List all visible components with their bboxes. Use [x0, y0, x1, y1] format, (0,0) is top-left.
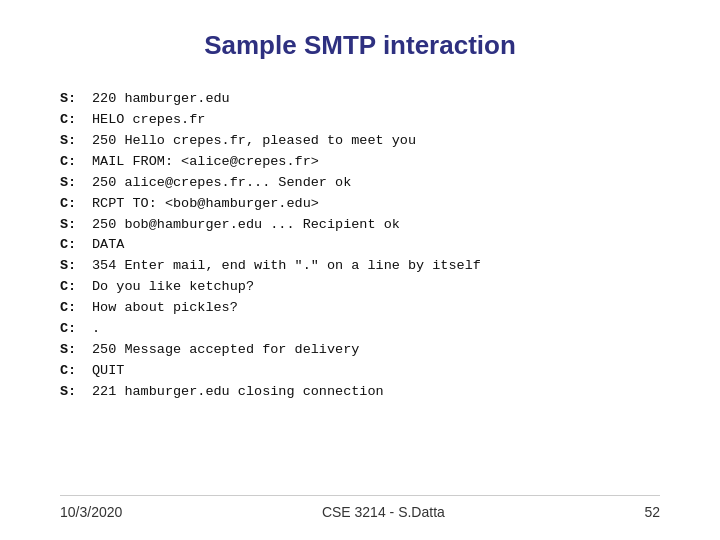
smtp-label: C: — [60, 110, 92, 131]
smtp-message: 220 hamburger.edu — [92, 89, 230, 110]
smtp-row: S:250 bob@hamburger.edu ... Recipient ok — [60, 215, 660, 236]
smtp-row: C:HELO crepes.fr — [60, 110, 660, 131]
smtp-message: How about pickles? — [92, 298, 238, 319]
smtp-row: C:. — [60, 319, 660, 340]
smtp-message: 221 hamburger.edu closing connection — [92, 382, 384, 403]
smtp-label: S: — [60, 215, 92, 236]
smtp-message: HELO crepes.fr — [92, 110, 205, 131]
smtp-label: S: — [60, 256, 92, 277]
smtp-label: C: — [60, 194, 92, 215]
smtp-row: S:220 hamburger.edu — [60, 89, 660, 110]
smtp-message: 250 Message accepted for delivery — [92, 340, 359, 361]
smtp-row: S:250 alice@crepes.fr... Sender ok — [60, 173, 660, 194]
smtp-label: S: — [60, 131, 92, 152]
smtp-row: C:How about pickles? — [60, 298, 660, 319]
footer-course: CSE 3214 - S.Datta — [322, 504, 445, 520]
smtp-message: . — [92, 319, 100, 340]
smtp-row: C:MAIL FROM: <alice@crepes.fr> — [60, 152, 660, 173]
smtp-message: 354 Enter mail, end with "." on a line b… — [92, 256, 481, 277]
smtp-label: S: — [60, 173, 92, 194]
smtp-row: C:RCPT TO: <bob@hamburger.edu> — [60, 194, 660, 215]
smtp-row: S:221 hamburger.edu closing connection — [60, 382, 660, 403]
smtp-message: MAIL FROM: <alice@crepes.fr> — [92, 152, 319, 173]
smtp-row: C:QUIT — [60, 361, 660, 382]
smtp-message: QUIT — [92, 361, 124, 382]
smtp-row: C:Do you like ketchup? — [60, 277, 660, 298]
smtp-label: C: — [60, 319, 92, 340]
smtp-label: C: — [60, 152, 92, 173]
smtp-label: S: — [60, 340, 92, 361]
smtp-row: S:354 Enter mail, end with "." on a line… — [60, 256, 660, 277]
smtp-message: DATA — [92, 235, 124, 256]
smtp-message: 250 Hello crepes.fr, pleased to meet you — [92, 131, 416, 152]
smtp-label: S: — [60, 382, 92, 403]
footer: 10/3/2020 CSE 3214 - S.Datta 52 — [60, 495, 660, 520]
smtp-label: C: — [60, 361, 92, 382]
footer-date: 10/3/2020 — [60, 504, 122, 520]
smtp-label: S: — [60, 89, 92, 110]
slide-title: Sample SMTP interaction — [60, 30, 660, 61]
smtp-row: C:DATA — [60, 235, 660, 256]
smtp-label: C: — [60, 298, 92, 319]
smtp-message: 250 bob@hamburger.edu ... Recipient ok — [92, 215, 400, 236]
smtp-label: C: — [60, 235, 92, 256]
smtp-table: S:220 hamburger.eduC:HELO crepes.frS:250… — [60, 89, 660, 403]
smtp-row: S:250 Hello crepes.fr, pleased to meet y… — [60, 131, 660, 152]
smtp-row: S:250 Message accepted for delivery — [60, 340, 660, 361]
smtp-message: Do you like ketchup? — [92, 277, 254, 298]
smtp-message: 250 alice@crepes.fr... Sender ok — [92, 173, 351, 194]
slide: Sample SMTP interaction S:220 hamburger.… — [0, 0, 720, 540]
smtp-content: S:220 hamburger.eduC:HELO crepes.frS:250… — [60, 89, 660, 479]
smtp-message: RCPT TO: <bob@hamburger.edu> — [92, 194, 319, 215]
smtp-label: C: — [60, 277, 92, 298]
footer-page: 52 — [644, 504, 660, 520]
